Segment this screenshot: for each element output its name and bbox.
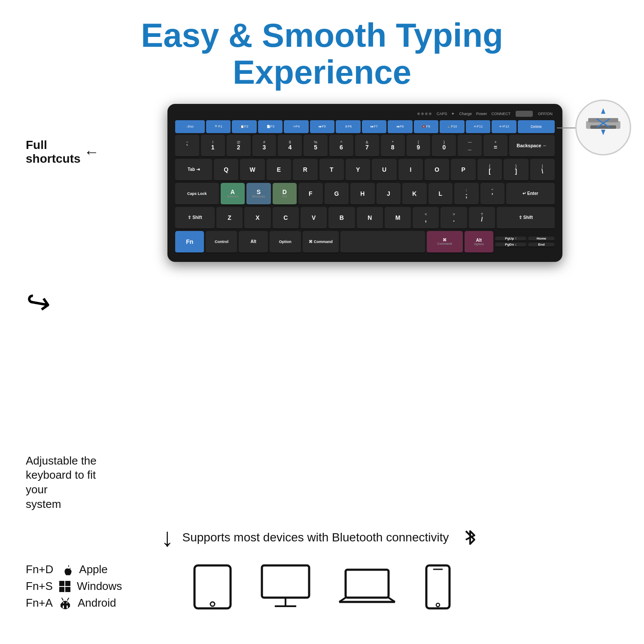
key-r[interactable]: R [293,159,317,181]
key-option-left[interactable]: Option [270,231,301,253]
key-w[interactable]: W [240,159,264,181]
key-5[interactable]: %5 [304,135,328,157]
bluetooth-icon [457,525,483,550]
key-capslock[interactable]: Caps Lock [175,183,219,205]
key-fn[interactable]: Fn [175,231,204,253]
key-q[interactable]: Q [214,159,238,181]
key-equals[interactable]: += [483,135,507,157]
key-e[interactable]: E [267,159,291,181]
key-f[interactable]: F [298,183,322,205]
key-command-right[interactable]: ⌘Command [427,231,463,253]
key-7[interactable]: &7 [355,135,379,157]
device-monitor [260,563,311,611]
key-backslash[interactable]: |\ [530,159,555,181]
key-b[interactable]: B [328,207,355,229]
key-semicolon[interactable]: :; [454,183,478,205]
key-2[interactable]: @2 [227,135,251,157]
key-v[interactable]: V [301,207,327,229]
apple-icon [59,562,73,576]
svg-rect-22 [65,587,70,592]
key-alt-left[interactable]: Alt [239,231,267,253]
key-f6[interactable]: ⏸F6 [336,120,360,133]
key-a[interactable]: AAndroid [221,183,245,205]
down-arrow-icon: ↓ [161,525,174,550]
key-tab[interactable]: Tab ⇥ [175,159,212,181]
svg-marker-6 [601,130,605,135]
key-command-left[interactable]: ⌘ Command [303,231,339,253]
key-6[interactable]: ^6 [329,135,353,157]
key-i[interactable]: I [398,159,423,181]
key-control[interactable]: Control [206,231,237,253]
key-end[interactable]: End [528,243,555,247]
key-lbracket[interactable]: {[ [477,159,502,181]
key-f8[interactable]: ⏭F8 [388,120,412,133]
key-9[interactable]: (9 [407,135,431,157]
svg-point-17 [436,603,440,607]
key-8[interactable]: *8 [381,135,405,157]
key-f9[interactable]: 🔇F9 [414,120,438,133]
key-d[interactable]: DiOS [273,183,297,205]
key-minus[interactable]: —_ [458,135,482,157]
key-l[interactable]: L [428,183,453,205]
key-m[interactable]: M [385,207,411,229]
svg-rect-2 [590,125,616,129]
key-o[interactable]: O [425,159,449,181]
key-rbracket[interactable]: }] [504,159,528,181]
key-t[interactable]: T [319,159,344,181]
key-f11[interactable]: ☀-F11 [466,120,490,133]
key-n[interactable]: N [357,207,383,229]
key-alt-right[interactable]: AltOption [465,231,493,253]
windows-icon [59,580,71,592]
apple-combo: Fn+D [26,563,53,576]
status-labels: CAPS ✦ Charge Power CONNECT [437,112,510,116]
key-shift-right[interactable]: ⇧ Shift [497,207,555,229]
key-4[interactable]: $4 [278,135,302,157]
key-f10[interactable]: 🔉F10 [440,120,464,133]
key-delete[interactable]: Delete [518,120,555,133]
key-period[interactable]: >. [440,207,467,229]
key-shift-left[interactable]: ⇧ Shift [175,207,215,229]
number-row: ~` !1 @2 #3 $4 %5 ^6 &7 *8 (9 )0 —_ += B… [175,135,555,157]
os-row-apple: Fn+D Apple [26,562,122,576]
key-3[interactable]: #3 [252,135,276,157]
key-f7[interactable]: ⏭F7 [362,120,386,133]
keys-section: ~` !1 @2 #3 $4 %5 ^6 &7 *8 (9 )0 —_ += B… [175,135,555,253]
key-slash[interactable]: ?/ [469,207,495,229]
key-f12[interactable]: ☀+F12 [492,120,516,133]
key-f4[interactable]: ✂F4 [284,120,308,133]
key-esc[interactable]: ⌂ Esc [175,120,205,133]
key-h[interactable]: H [350,183,374,205]
svg-rect-27 [67,605,68,608]
key-1[interactable]: !1 [201,135,225,157]
key-z[interactable]: Z [216,207,243,229]
key-f2[interactable]: 📋F2 [232,120,256,133]
key-y[interactable]: Y [346,159,370,181]
full-shortcuts-text: Fullshortcuts [26,138,81,166]
key-pgdn[interactable]: PgDn ↓ [495,243,526,247]
key-f3[interactable]: 📄F3 [258,120,283,133]
key-space[interactable] [340,231,425,253]
key-j[interactable]: J [377,183,401,205]
key-x[interactable]: X [244,207,270,229]
key-quote[interactable]: "' [480,183,504,205]
key-0[interactable]: )0 [432,135,456,157]
key-tilde[interactable]: ~` [175,135,199,157]
key-c[interactable]: C [273,207,299,229]
key-backspace[interactable]: Backspace ← [509,135,555,157]
key-g[interactable]: G [325,183,349,205]
key-u[interactable]: U [372,159,396,181]
device-tablet [191,563,234,611]
svg-rect-16 [426,565,450,608]
key-comma[interactable]: <, [413,207,439,229]
key-k[interactable]: K [402,183,426,205]
key-f1[interactable]: 🔍F1 [206,120,231,133]
key-home[interactable]: Home [528,237,555,241]
key-f5[interactable]: ⏮F5 [310,120,334,133]
svg-rect-26 [63,605,64,608]
key-enter[interactable]: ↵ Enter [506,183,555,205]
power-switch [516,111,533,117]
key-p[interactable]: P [451,159,475,181]
status-dot-2 [421,112,424,115]
key-pgup[interactable]: PgUp ↑ [495,237,526,241]
key-s[interactable]: SWindows [246,183,270,205]
